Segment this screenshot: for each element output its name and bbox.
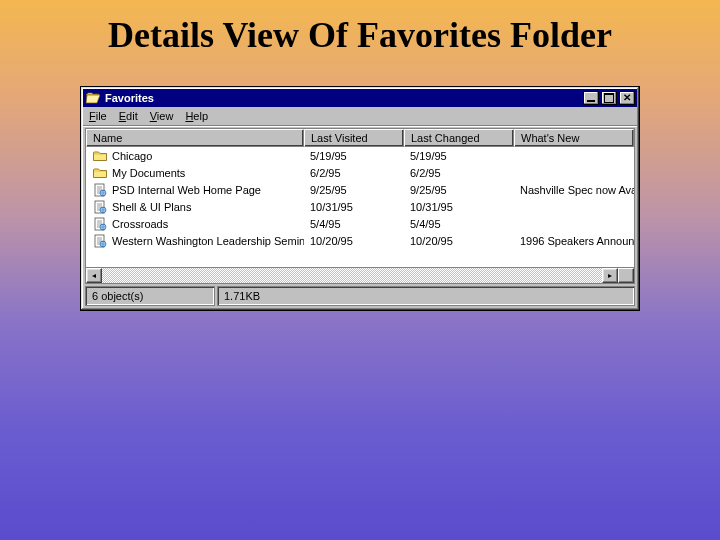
column-headers: Name Last Visited Last Changed What's Ne…: [86, 129, 634, 147]
status-size: 1.71KB: [217, 286, 635, 306]
slide-title: Details View Of Favorites Folder: [0, 0, 720, 64]
row-last-changed: 5/4/95: [404, 218, 514, 230]
row-name: My Documents: [112, 167, 185, 179]
row-last-visited: 5/19/95: [304, 150, 404, 162]
row-name: PSD Internal Web Home Page: [112, 184, 261, 196]
row-last-visited: 6/2/95: [304, 167, 404, 179]
statusbar: 6 object(s) 1.71KB: [85, 286, 635, 306]
row-last-changed: 9/25/95: [404, 184, 514, 196]
column-header-name[interactable]: Name: [86, 129, 304, 147]
folder-icon: [92, 149, 108, 163]
column-header-last-changed[interactable]: Last Changed: [404, 129, 514, 147]
column-header-last-visited[interactable]: Last Visited: [304, 129, 404, 147]
folder-icon: [92, 166, 108, 180]
scroll-corner: [618, 268, 634, 283]
list-view: Name Last Visited Last Changed What's Ne…: [85, 128, 635, 284]
scroll-left-button[interactable]: ◂: [86, 268, 102, 283]
row-last-changed: 10/31/95: [404, 201, 514, 213]
folder-open-icon: [85, 91, 101, 105]
titlebar[interactable]: Favorites ✕: [83, 89, 637, 107]
menu-view[interactable]: View: [150, 110, 174, 122]
row-name: Crossroads: [112, 218, 168, 230]
row-last-visited: 5/4/95: [304, 218, 404, 230]
menu-help[interactable]: Help: [185, 110, 208, 122]
row-last-visited: 10/31/95: [304, 201, 404, 213]
row-last-visited: 9/25/95: [304, 184, 404, 196]
close-button[interactable]: ✕: [619, 91, 635, 105]
window-title: Favorites: [105, 92, 581, 104]
row-last-visited: 10/20/95: [304, 235, 404, 247]
row-name: Western Washington Leadership Seminar: [112, 235, 304, 247]
page-icon: [92, 234, 108, 248]
row-whats-new: Nashville Spec now Available!: [514, 184, 634, 196]
row-last-changed: 10/20/95: [404, 235, 514, 247]
favorites-window: Favorites ✕ File Edit View Help Name Las…: [80, 86, 640, 311]
row-whats-new: 1996 Speakers Announced...: [514, 235, 634, 247]
scroll-right-button[interactable]: ▸: [602, 268, 618, 283]
table-row[interactable]: Western Washington Leadership Seminar10/…: [86, 232, 634, 249]
menu-file[interactable]: File: [89, 110, 107, 122]
table-row[interactable]: Shell & UI Plans10/31/9510/31/95: [86, 198, 634, 215]
row-last-changed: 6/2/95: [404, 167, 514, 179]
row-name: Chicago: [112, 150, 152, 162]
table-row[interactable]: My Documents6/2/956/2/95: [86, 164, 634, 181]
minimize-button[interactable]: [583, 91, 599, 105]
table-row[interactable]: PSD Internal Web Home Page9/25/959/25/95…: [86, 181, 634, 198]
horizontal-scrollbar[interactable]: ◂ ▸: [86, 267, 634, 283]
list-body[interactable]: Chicago5/19/955/19/95My Documents6/2/956…: [86, 147, 634, 267]
maximize-button[interactable]: [601, 91, 617, 105]
menu-edit[interactable]: Edit: [119, 110, 138, 122]
page-icon: [92, 200, 108, 214]
status-count: 6 object(s): [85, 286, 215, 306]
row-name: Shell & UI Plans: [112, 201, 191, 213]
page-icon: [92, 217, 108, 231]
table-row[interactable]: Crossroads5/4/955/4/95: [86, 215, 634, 232]
column-header-whats-new[interactable]: What's New: [514, 129, 634, 147]
page-icon: [92, 183, 108, 197]
menubar: File Edit View Help: [83, 107, 637, 126]
row-last-changed: 5/19/95: [404, 150, 514, 162]
table-row[interactable]: Chicago5/19/955/19/95: [86, 147, 634, 164]
scroll-track[interactable]: [102, 268, 602, 283]
